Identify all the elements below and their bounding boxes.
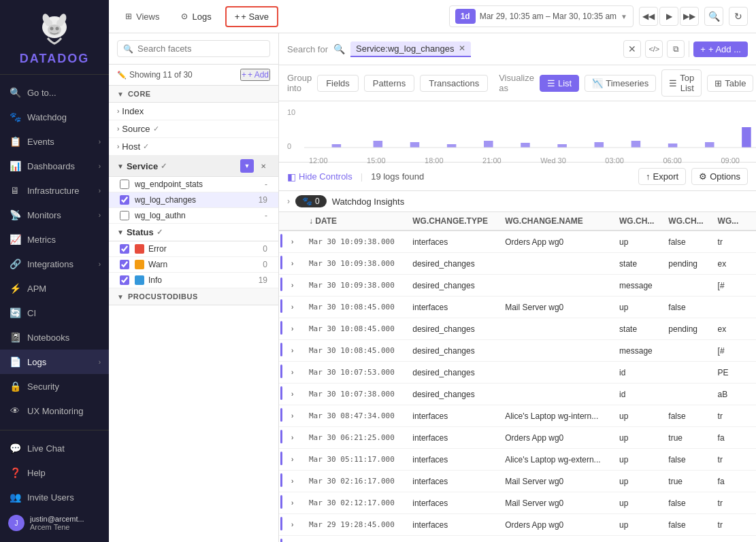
sidebar-item-ux-monitoring[interactable]: 👁 UX Monitoring bbox=[0, 399, 109, 423]
table-row[interactable]: › Mar 30 10:07:53.000 desired_changes id… bbox=[279, 362, 756, 384]
sidebar-item-infrastructure[interactable]: 🖥 Infrastructure › bbox=[0, 178, 109, 203]
status-item-warn[interactable]: Warn 0 bbox=[109, 257, 278, 273]
facets-add-button[interactable]: + + Add bbox=[240, 69, 270, 81]
row-expand-cell[interactable]: › bbox=[290, 449, 303, 471]
row-expand-cell[interactable]: › bbox=[290, 362, 303, 384]
sidebar-item-logs[interactable]: 📄 Logs › bbox=[0, 350, 109, 374]
row-expand-cell[interactable]: › bbox=[290, 427, 303, 449]
facet-section-core[interactable]: ▼ CORE bbox=[109, 86, 278, 103]
search-clear-button[interactable]: ✕ bbox=[623, 40, 641, 58]
tab-views[interactable]: ⊞ Views bbox=[117, 7, 167, 26]
sidebar-item-live-chat[interactable]: 💬 Live Chat bbox=[0, 436, 109, 460]
service-item-wg-log-authn[interactable]: wg_log_authn - bbox=[109, 208, 278, 224]
viz-timeseries-button[interactable]: 📉 Timeseries bbox=[585, 75, 656, 92]
sidebar-item-watchdog[interactable]: 🐾 Watchdog bbox=[0, 105, 109, 129]
row-expand-cell[interactable]: › bbox=[290, 275, 303, 297]
service-item-wg-endpoint-stats[interactable]: wg_endpoint_stats - bbox=[109, 177, 278, 192]
search-code-button[interactable]: </> bbox=[645, 40, 663, 58]
table-row[interactable]: › Mar 30 08:47:34.000 interfaces Alice's… bbox=[279, 405, 756, 427]
status-checkbox-warn[interactable] bbox=[120, 260, 129, 269]
search-facets-wrapper[interactable]: 🔍 bbox=[117, 40, 270, 57]
col-type-header[interactable]: WG.CHANGE.TYPE bbox=[407, 212, 499, 231]
sidebar-item-go-to[interactable]: 🔍 Go to... bbox=[0, 80, 109, 105]
col-wgch1-header[interactable]: WG.CH... bbox=[614, 212, 663, 231]
row-expand-cell[interactable]: › bbox=[290, 514, 303, 536]
zoom-out-btn[interactable]: 🔍 bbox=[704, 7, 723, 26]
add-column-button[interactable]: + + Add ... bbox=[693, 41, 748, 57]
refresh-btn[interactable]: ↻ bbox=[729, 7, 748, 26]
table-row[interactable]: › Mar 30 10:09:38.000 interfaces Orders … bbox=[279, 231, 756, 253]
status-item-info[interactable]: Info 19 bbox=[109, 273, 278, 288]
search-tag-close-button[interactable]: ✕ bbox=[459, 44, 465, 53]
watchdog-insights-row[interactable]: › 🐾 0 Watchdog Insights bbox=[279, 191, 756, 212]
table-row[interactable]: › Mar 29 19:28:45.000 interfaces Orders … bbox=[279, 514, 756, 536]
sidebar-item-security[interactable]: 🔒 Security bbox=[0, 374, 109, 399]
table-row[interactable]: › Mar 30 02:16:17.000 interfaces Mail Se… bbox=[279, 471, 756, 492]
sidebar-item-apm[interactable]: ⚡ APM bbox=[0, 276, 109, 301]
table-row[interactable]: › Mar 30 10:08:45.000 interfaces Mail Se… bbox=[279, 297, 756, 318]
tab-logs[interactable]: ⊙ Logs bbox=[173, 7, 219, 26]
row-expand-cell[interactable]: › bbox=[290, 297, 303, 318]
hide-controls-button[interactable]: ◧ Hide Controls bbox=[287, 171, 352, 182]
sidebar-item-help[interactable]: ❓ Help bbox=[0, 460, 109, 485]
sidebar-item-metrics[interactable]: 📈 Metrics bbox=[0, 227, 109, 252]
table-row[interactable]: › Mar 30 05:11:17.000 interfaces Alice's… bbox=[279, 449, 756, 471]
user-profile[interactable]: J justin@arcemt... Arcem Tene bbox=[0, 509, 109, 537]
save-button[interactable]: + + Save bbox=[225, 6, 278, 27]
table-row[interactable]: › Mar 30 10:09:38.000 desired_changes me… bbox=[279, 275, 756, 297]
fields-button[interactable]: Fields bbox=[317, 75, 359, 92]
col-name-header[interactable]: WG.CHANGE.NAME bbox=[499, 212, 614, 231]
row-expand-cell[interactable]: › bbox=[290, 318, 303, 340]
sidebar-item-monitors[interactable]: 📡 Monitors › bbox=[0, 203, 109, 227]
row-expand-cell[interactable]: › bbox=[290, 471, 303, 492]
nav-back-btn[interactable]: ◀◀ bbox=[639, 7, 658, 26]
service-clear-button[interactable]: ✕ bbox=[257, 159, 270, 173]
export-button[interactable]: ↑ Export bbox=[638, 168, 686, 185]
service-filter-button[interactable]: ▼ bbox=[240, 159, 254, 173]
col-wgch2-header[interactable]: WG.CH... bbox=[663, 212, 712, 231]
nav-prev-btn[interactable]: ▶ bbox=[659, 7, 678, 26]
time-selector[interactable]: 1d Mar 29, 10:35 am – Mar 30, 10:35 am ▼ bbox=[449, 5, 634, 27]
sidebar-item-events[interactable]: 📋 Events › bbox=[0, 129, 109, 154]
sidebar-item-invite-users[interactable]: 👥 Invite Users bbox=[0, 485, 109, 509]
patterns-button[interactable]: Patterns bbox=[364, 75, 414, 92]
service-checkbox-wg-log-authn[interactable] bbox=[120, 211, 129, 220]
search-facets-input[interactable] bbox=[137, 44, 264, 54]
sidebar-item-notebooks[interactable]: 📓 Notebooks bbox=[0, 325, 109, 350]
table-row[interactable]: › Mar 30 10:07:38.000 desired_changes id… bbox=[279, 384, 756, 405]
status-checkbox-info[interactable] bbox=[120, 275, 129, 285]
table-row[interactable]: › Mar 29 17:38:37.000 interfaces Alice's… bbox=[279, 536, 756, 543]
service-checkbox-wg-endpoint-stats[interactable] bbox=[120, 180, 129, 189]
row-expand-cell[interactable]: › bbox=[290, 231, 303, 253]
search-copy-button[interactable]: ⧉ bbox=[667, 40, 685, 58]
service-checkbox-wg-log-changes[interactable] bbox=[120, 195, 129, 205]
col-date-header[interactable]: ↓ DATE bbox=[303, 212, 407, 231]
col-wgc-header[interactable]: WG... bbox=[712, 212, 756, 231]
row-expand-cell[interactable]: › bbox=[290, 253, 303, 275]
row-expand-cell[interactable]: › bbox=[290, 536, 303, 543]
table-row[interactable]: › Mar 30 02:12:17.000 interfaces Mail Se… bbox=[279, 492, 756, 514]
sidebar-item-dashboards[interactable]: 📊 Dashboards › bbox=[0, 154, 109, 178]
search-tag[interactable]: Service:wg_log_changes ✕ bbox=[350, 41, 471, 57]
sidebar-item-integrations[interactable]: 🔗 Integrations › bbox=[0, 252, 109, 276]
facet-item-host[interactable]: › Host ✓ bbox=[109, 138, 278, 156]
facet-section-status[interactable]: ▼ Status ✓ bbox=[109, 224, 278, 241]
viz-list-button[interactable]: ☰ List bbox=[540, 75, 579, 92]
sidebar-item-ci[interactable]: 🔄 CI bbox=[0, 301, 109, 325]
service-item-wg-log-changes[interactable]: wg_log_changes 19 bbox=[109, 192, 278, 208]
status-item-error[interactable]: Error 0 bbox=[109, 241, 278, 257]
options-button[interactable]: ⚙ Options bbox=[691, 168, 748, 185]
transactions-button[interactable]: Transactions bbox=[420, 75, 488, 92]
status-checkbox-error[interactable] bbox=[120, 244, 129, 254]
viz-table-button[interactable]: ⊞ Table bbox=[707, 75, 753, 92]
facet-section-procustodibus[interactable]: ▼ PROCUSTODIBUS bbox=[109, 288, 278, 305]
row-expand-cell[interactable]: › bbox=[290, 384, 303, 405]
row-expand-cell[interactable]: › bbox=[290, 405, 303, 427]
viz-top-list-button[interactable]: ☰ Top List bbox=[661, 69, 702, 97]
nav-next-btn[interactable]: ▶▶ bbox=[680, 7, 699, 26]
table-row[interactable]: › Mar 30 10:08:45.000 desired_changes me… bbox=[279, 340, 756, 362]
table-row[interactable]: › Mar 30 10:08:45.000 desired_changes st… bbox=[279, 318, 756, 340]
row-expand-cell[interactable]: › bbox=[290, 492, 303, 514]
row-expand-cell[interactable]: › bbox=[290, 340, 303, 362]
facet-item-index[interactable]: › Index bbox=[109, 103, 278, 120]
